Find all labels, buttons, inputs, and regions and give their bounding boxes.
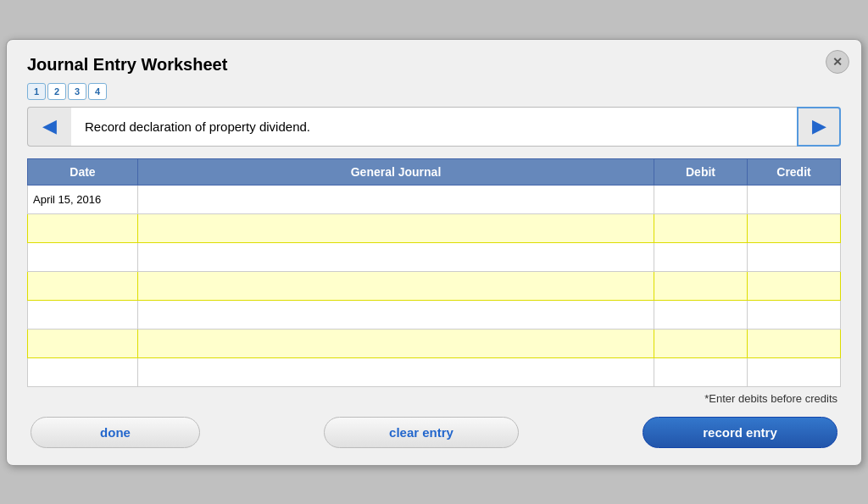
header-credit: Credit	[748, 158, 841, 185]
cell-debit[interactable]	[654, 271, 748, 300]
header-debit: Debit	[654, 158, 748, 185]
page-tab-4[interactable]: 4	[88, 83, 107, 100]
table-row: April 15, 2016	[28, 185, 841, 213]
cell-credit[interactable]	[748, 185, 841, 213]
prev-button[interactable]	[27, 107, 71, 147]
table-row	[28, 213, 841, 242]
close-button[interactable]: ✕	[826, 50, 849, 74]
cell-date[interactable]	[28, 329, 138, 357]
cell-date[interactable]	[28, 213, 138, 242]
journal-table: Date General Journal Debit Credit April …	[27, 158, 841, 387]
journal-table-container: Date General Journal Debit Credit April …	[27, 158, 841, 387]
button-row: done clear entry record entry	[27, 417, 841, 448]
cell-journal[interactable]	[138, 271, 654, 300]
table-row	[28, 242, 841, 271]
header-date: Date	[28, 158, 138, 185]
record-entry-button[interactable]: record entry	[643, 417, 837, 448]
clear-entry-button[interactable]: clear entry	[324, 417, 519, 448]
cell-credit[interactable]	[748, 271, 841, 300]
done-button[interactable]: done	[31, 417, 200, 448]
cell-credit[interactable]	[748, 213, 841, 242]
cell-debit[interactable]	[654, 185, 748, 213]
table-row	[28, 329, 841, 357]
cell-journal[interactable]	[138, 242, 654, 271]
cell-debit[interactable]	[654, 213, 748, 242]
table-row	[28, 300, 841, 329]
cell-date[interactable]: April 15, 2016	[28, 185, 138, 213]
page-tab-2[interactable]: 2	[47, 83, 66, 100]
cell-journal[interactable]	[138, 300, 654, 329]
header-journal: General Journal	[138, 158, 654, 185]
cell-debit[interactable]	[654, 357, 748, 386]
right-arrow-icon	[812, 115, 826, 137]
instruction-text: Record declaration of property dividend.	[71, 107, 797, 147]
cell-date[interactable]	[28, 300, 138, 329]
left-arrow-icon	[42, 115, 57, 137]
cell-debit[interactable]	[654, 300, 748, 329]
cell-date[interactable]	[28, 357, 138, 386]
cell-journal[interactable]	[138, 329, 654, 357]
cell-journal[interactable]	[138, 357, 654, 386]
cell-credit[interactable]	[748, 242, 841, 271]
next-button[interactable]	[797, 107, 841, 147]
cell-credit[interactable]	[748, 300, 841, 329]
page-tab-1[interactable]: 1	[27, 83, 46, 100]
dialog-title: Journal Entry Worksheet	[27, 55, 841, 75]
cell-journal[interactable]	[138, 185, 654, 213]
cell-credit[interactable]	[748, 357, 841, 386]
cell-credit[interactable]	[748, 329, 841, 357]
navigation-row: Record declaration of property dividend.	[27, 107, 841, 147]
cell-debit[interactable]	[654, 329, 748, 357]
cell-date[interactable]	[28, 242, 138, 271]
page-tabs: 1 2 3 4	[27, 83, 841, 100]
cell-debit[interactable]	[654, 242, 748, 271]
hint-text: *Enter debits before credits	[27, 392, 841, 405]
table-row	[28, 357, 841, 386]
cell-journal[interactable]	[138, 213, 654, 242]
page-tab-3[interactable]: 3	[68, 83, 86, 100]
journal-entry-dialog: ✕ Journal Entry Worksheet 1 2 3 4 Record…	[6, 39, 862, 466]
table-row	[28, 271, 841, 300]
cell-date[interactable]	[28, 271, 138, 300]
